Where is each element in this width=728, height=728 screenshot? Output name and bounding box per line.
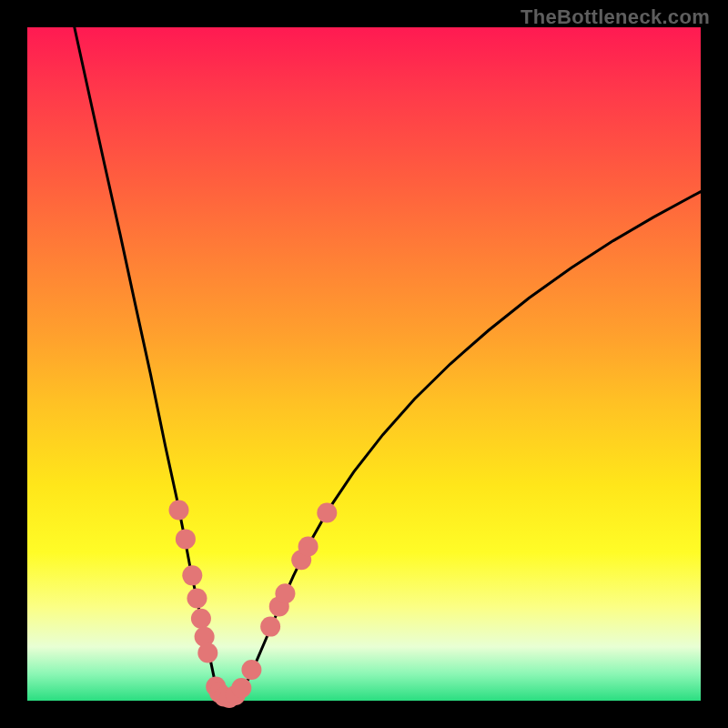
data-dot: [187, 589, 207, 609]
data-dot: [241, 660, 261, 680]
data-dot: [197, 642, 217, 662]
chart-svg: [0, 0, 728, 728]
data-dot: [231, 678, 251, 698]
v-curve: [75, 27, 701, 701]
data-dot: [260, 617, 280, 637]
data-dot: [275, 583, 295, 603]
data-dot: [176, 529, 196, 549]
data-dot: [298, 537, 318, 557]
data-dot: [317, 503, 337, 523]
data-dot: [191, 609, 211, 629]
data-dot: [169, 500, 189, 521]
data-dot: [182, 565, 202, 585]
